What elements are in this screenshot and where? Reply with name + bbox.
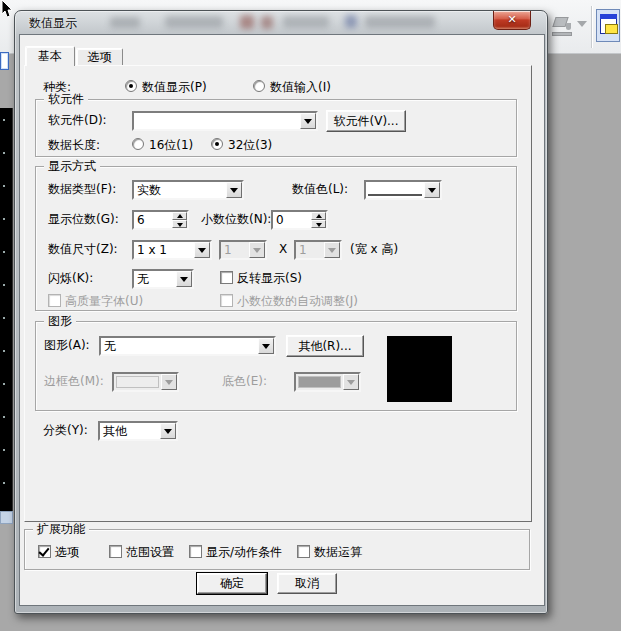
- spin-down-icon[interactable]: [311, 220, 326, 228]
- data-length-label: 数据长度:: [48, 138, 100, 152]
- titlebar-glass-reflection: [110, 17, 140, 28]
- shape-preview: [387, 336, 452, 402]
- bucket-colorbar: [552, 32, 572, 36]
- window-titlebar-glyph: [600, 14, 617, 19]
- frame-color-label: 边框色(M):: [44, 374, 104, 388]
- hq-font-checkbox: [48, 294, 61, 307]
- device-combobox[interactable]: [132, 111, 318, 131]
- data-type-label: 数据类型(F):: [48, 182, 116, 196]
- dropdown-arrow-icon: [249, 242, 265, 258]
- shape-value: 无: [104, 339, 116, 353]
- reverse-display-checkbox[interactable]: [220, 271, 233, 284]
- partial-toolbar-icon[interactable]: [0, 52, 9, 70]
- decimal-spinner[interactable]: 0: [271, 210, 328, 230]
- dialog-titlebar[interactable]: 数值显示: [15, 11, 547, 34]
- value-color-swatch: [368, 184, 422, 196]
- back-color-swatch: [298, 376, 341, 388]
- data-type-combobox[interactable]: 实数: [132, 180, 244, 200]
- radio-32bit[interactable]: [211, 138, 223, 150]
- dialog-title: 数值显示: [29, 15, 77, 32]
- decimal-value: 0: [276, 213, 284, 227]
- radio-16bit[interactable]: [132, 138, 144, 150]
- titlebar-glass-reflection: [240, 15, 254, 29]
- titlebar-glass-reflection: [261, 16, 273, 29]
- data-operation-label[interactable]: 数据运算: [314, 545, 362, 559]
- tab-options[interactable]: 选项: [76, 48, 123, 66]
- other-button[interactable]: 其他(R)...: [286, 335, 364, 357]
- frame-color-swatch: [116, 376, 159, 388]
- cancel-button[interactable]: 取消: [277, 573, 337, 594]
- blink-combobox[interactable]: 无: [132, 269, 194, 289]
- close-button[interactable]: ✕: [493, 11, 531, 30]
- scrollbar-fragment[interactable]: [0, 511, 13, 524]
- hq-font-label: 高质量字体(U): [65, 294, 143, 308]
- bucket-drip: [566, 23, 571, 30]
- device-label: 软元件(D):: [48, 113, 107, 127]
- spin-up-icon[interactable]: [311, 212, 326, 220]
- dropdown-arrow-icon[interactable]: [176, 271, 192, 287]
- dialog-client-area: 基本 选项 种类: 数值显示(P) 数值输入(I) 软元件 软元件(D): 软元…: [19, 34, 545, 606]
- extended-functions-group: 扩展功能 选项 范围设置 显示/动作条件 数据运算: [24, 529, 530, 570]
- dropdown-arrow-icon[interactable]: [226, 182, 242, 198]
- fill-color-dropdown-icon[interactable]: [577, 21, 587, 27]
- display-action-condition-label[interactable]: 显示/动作条件: [206, 545, 282, 559]
- range-setting-checkbox[interactable]: [109, 545, 122, 558]
- size-x-label: X: [279, 242, 287, 256]
- auto-adjust-label: 小数位数的自动调整(J): [237, 294, 358, 308]
- dropdown-arrow-icon[interactable]: [424, 182, 440, 198]
- back-color-label: 底色(E):: [222, 374, 267, 388]
- shape-combobox[interactable]: 无: [99, 336, 276, 356]
- data-operation-checkbox[interactable]: [297, 545, 310, 558]
- radio-numeric-display-label[interactable]: 数值显示(P): [142, 80, 207, 94]
- blink-label: 闪烁(K):: [48, 271, 93, 285]
- decimal-label: 小数位数(N):: [201, 212, 271, 226]
- back-color-combobox: [294, 372, 361, 392]
- options-checkbox[interactable]: [38, 545, 51, 558]
- radio-numeric-input[interactable]: [253, 80, 265, 92]
- range-setting-label[interactable]: 范围设置: [126, 545, 174, 559]
- reverse-display-label[interactable]: 反转显示(S): [237, 271, 302, 285]
- size-combobox[interactable]: 1 x 1: [132, 240, 212, 260]
- tab-panel-basic: 种类: 数值显示(P) 数值输入(I) 软元件 软元件(D): 软元件(V)..…: [24, 65, 532, 522]
- data-type-value: 实数: [137, 183, 161, 197]
- device-button[interactable]: 软元件(V)...: [326, 110, 406, 132]
- size-width-combobox: 1: [219, 240, 267, 260]
- window-preview-icon[interactable]: [596, 9, 620, 42]
- dropdown-arrow-icon[interactable]: [300, 113, 316, 129]
- numeric-display-dialog: 数值显示 ✕ 基本 选项 种类: 数值显示(P) 数值输入(I) 软元件 软元件…: [14, 10, 548, 614]
- options-checkbox-label[interactable]: 选项: [55, 545, 79, 559]
- category-value: 其他: [103, 424, 127, 438]
- titlebar-glass-reflection: [283, 16, 329, 28]
- extended-functions-title: 扩展功能: [33, 522, 89, 536]
- titlebar-glass-reflection: [365, 16, 435, 28]
- dropdown-arrow-icon[interactable]: [160, 423, 176, 439]
- dropdown-arrow-icon: [343, 374, 359, 390]
- dropdown-arrow-icon: [324, 242, 340, 258]
- tab-basic[interactable]: 基本: [25, 46, 75, 66]
- size-width-value: 1: [224, 243, 232, 257]
- size-suffix-label: (宽 x 高): [350, 242, 398, 256]
- auto-adjust-checkbox: [220, 294, 233, 307]
- digits-label: 显示位数(G):: [48, 212, 119, 226]
- spin-down-icon[interactable]: [172, 220, 187, 228]
- titlebar-glass-reflection: [345, 15, 357, 28]
- display-style-group: 显示方式 数据类型(F): 实数 数值色(L): 显示位数(G): 6 小数位数…: [35, 166, 517, 311]
- value-color-combobox[interactable]: [364, 180, 442, 200]
- radio-16bit-label[interactable]: 16位(1): [149, 138, 193, 152]
- folder-glyph: [605, 24, 618, 34]
- display-action-condition-checkbox[interactable]: [189, 545, 202, 558]
- value-color-label: 数值色(L):: [292, 182, 348, 196]
- spin-up-icon[interactable]: [172, 212, 187, 220]
- radio-numeric-display[interactable]: [125, 80, 137, 92]
- dropdown-arrow-icon[interactable]: [194, 242, 210, 258]
- dropdown-arrow-icon[interactable]: [258, 338, 274, 354]
- ok-button[interactable]: 确定: [197, 573, 267, 594]
- radio-numeric-input-label[interactable]: 数值输入(I): [270, 80, 331, 94]
- fill-color-icon[interactable]: [551, 13, 575, 39]
- size-value: 1 x 1: [137, 243, 167, 257]
- category-combobox[interactable]: 其他: [98, 421, 178, 441]
- digits-value: 6: [137, 213, 145, 227]
- radio-32bit-label[interactable]: 32位(3): [228, 138, 272, 152]
- digits-spinner[interactable]: 6: [132, 210, 189, 230]
- display-style-group-title: 显示方式: [44, 159, 100, 173]
